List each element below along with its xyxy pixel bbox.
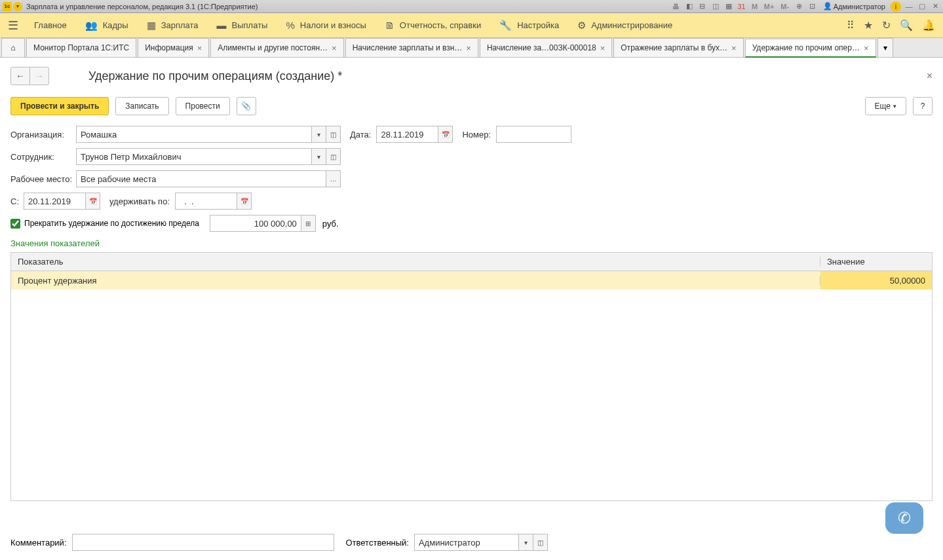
paperclip-icon: 📎 [241,102,251,111]
tool-icon-2[interactable]: ⊟ [697,1,708,12]
close-page-button[interactable]: × [927,70,933,82]
menu-settings[interactable]: 🔧Настройка [490,13,568,37]
date-input[interactable] [376,126,438,143]
m-plus-button[interactable]: M+ [763,1,776,12]
forward-button[interactable]: → [29,67,49,85]
form: Организация: ▾ ◫ Дата: 📅 Номер: Сотрудни… [10,126,933,232]
tool-icon-3[interactable]: ◫ [710,1,721,12]
limit-checkbox[interactable] [10,219,20,229]
close-icon[interactable]: × [864,43,869,53]
page-content: ← → Удержание по прочим операциям (созда… [0,58,943,560]
bell-icon[interactable]: 🔔 [922,19,935,31]
home-tab[interactable]: ⌂ [1,38,25,57]
menu-payments[interactable]: ▬Выплаты [208,13,277,37]
close-icon[interactable]: × [197,43,202,53]
attach-button[interactable]: 📎 [237,97,256,115]
calendar-button[interactable]: 📅 [438,126,453,143]
zoom-in-icon[interactable]: ⊕ [794,1,805,12]
limit-input[interactable] [210,215,301,232]
post-button[interactable]: Провести [176,97,230,115]
menu-taxes[interactable]: %Налоги и взносы [277,13,375,37]
menu-salary[interactable]: ▦Зарплата [138,13,208,37]
table-header: Показатель Значение [11,253,932,271]
print-icon[interactable]: 🖶 [671,1,682,12]
hold-to-input[interactable] [175,193,237,210]
cell-value[interactable]: 50,00000 [820,271,932,289]
window-title: Зарплата и управление персоналом, редакц… [26,3,671,10]
wrench-icon: 🔧 [499,20,512,31]
calendar-button[interactable]: 📅 [237,193,252,210]
dropdown-button[interactable]: ▾ [312,148,326,165]
dropdown-button[interactable]: ▾ [519,534,533,551]
post-and-close-button[interactable]: Провести и закрыть [10,97,109,115]
call-fab[interactable]: ✆ [885,502,923,534]
table-body[interactable]: Процент удержания 50,00000 [11,271,932,500]
search-icon[interactable]: 🔍 [900,19,913,31]
close-icon[interactable]: × [466,43,471,53]
window-titlebar: 1c ▼ Зарплата и управление персоналом, р… [0,0,943,13]
tool-icon-4[interactable]: ▦ [723,1,734,12]
close-window-icon[interactable]: ✕ [930,1,940,12]
column-value[interactable]: Значение [820,257,932,267]
number-input[interactable] [496,126,571,143]
help-button[interactable]: ? [913,97,933,115]
info-icon[interactable]: i [891,1,901,12]
workplace-label: Рабочее место: [10,174,76,184]
dropdown-button[interactable]: ▾ [312,126,326,143]
main-menu: ☰ Главное 👥Кадры ▦Зарплата ▬Выплаты %Нал… [0,13,943,38]
chevron-down-icon: ▾ [883,43,887,52]
table-row[interactable]: Процент удержания 50,00000 [11,271,932,289]
select-button[interactable]: … [326,170,341,187]
minimize-icon[interactable]: — [904,1,914,12]
app-dropdown-icon[interactable]: ▼ [13,2,22,11]
menu-admin[interactable]: ⚙Администрирование [568,13,682,37]
chevron-down-icon: ▾ [893,103,896,109]
more-button[interactable]: Еще ▾ [865,97,906,115]
write-button[interactable]: Записать [115,97,168,115]
history-icon[interactable]: ↻ [882,19,891,31]
user-icon: 👤 [823,2,832,10]
footer-row: Комментарий: Ответственный: ▾ ◫ [10,534,933,551]
menu-reports[interactable]: 🗎Отчетность, справки [375,13,490,37]
column-indicator[interactable]: Показатель [11,257,820,267]
current-user[interactable]: 👤Администратор [823,2,885,10]
org-input[interactable] [76,126,312,143]
hold-to-label: удерживать по: [109,196,170,206]
calculator-button[interactable]: ⊞ [301,215,316,232]
calendar-button[interactable]: 📅 [86,193,100,210]
workplace-input[interactable] [76,170,326,187]
tabs-dropdown[interactable]: ▾ [877,38,893,57]
tab-alimony[interactable]: Алименты и другие постоян…× [210,38,343,57]
employee-input[interactable] [76,148,312,165]
open-button[interactable]: ◫ [326,126,341,143]
m-button[interactable]: M [750,1,760,12]
zoom-icon[interactable]: ⊡ [807,1,818,12]
from-date-input[interactable] [24,193,86,210]
tab-accrual[interactable]: Начисление зарплаты и взн…× [345,38,478,57]
percent-icon: % [286,20,294,31]
maximize-icon[interactable]: ▢ [917,1,927,12]
responsible-label: Ответственный: [346,538,409,548]
tab-info[interactable]: Информация× [138,38,209,57]
tool-icon-1[interactable]: ◧ [684,1,695,12]
close-icon[interactable]: × [600,43,606,53]
calendar-icon[interactable]: 31 [737,1,747,12]
close-icon[interactable]: × [332,43,337,53]
open-button[interactable]: ◫ [326,148,341,165]
tab-accrual-doc[interactable]: Начисление за…00ЗК-000018× [480,38,612,57]
tab-deduction[interactable]: Удержание по прочим опер…× [745,39,876,58]
back-button[interactable]: ← [10,67,30,85]
menu-personnel[interactable]: 👥Кадры [76,13,138,37]
open-button[interactable]: ◫ [533,534,548,551]
tab-monitor[interactable]: Монитор Портала 1С:ИТС [26,38,136,57]
burger-icon[interactable]: ☰ [8,18,18,33]
m-minus-button[interactable]: M- [779,1,792,12]
close-icon[interactable]: × [731,43,737,53]
star-icon[interactable]: ★ [864,19,873,31]
apps-icon[interactable]: ⠿ [847,19,855,31]
cell-indicator: Процент удержания [11,276,820,286]
comment-input[interactable] [72,534,334,551]
tab-reflection[interactable]: Отражение зарплаты в бух…× [613,38,743,57]
menu-main[interactable]: Главное [25,13,76,37]
responsible-input[interactable] [414,534,519,551]
